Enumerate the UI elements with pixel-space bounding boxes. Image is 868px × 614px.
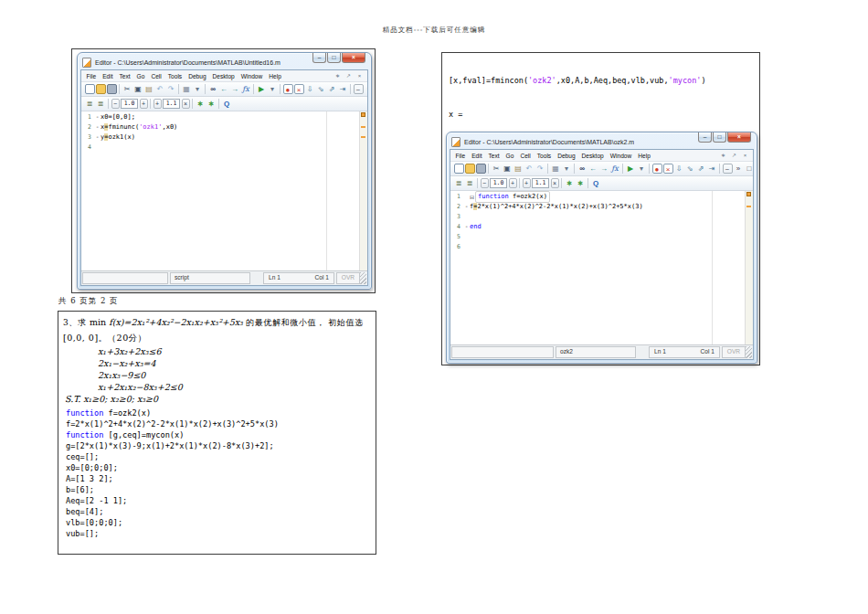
value-field-2[interactable]: 1.1 xyxy=(532,178,549,188)
menu-item[interactable]: Debug xyxy=(185,73,209,79)
step-out-icon[interactable]: ⇗ xyxy=(327,84,337,94)
menu-item[interactable]: Edit xyxy=(100,73,116,79)
print-caret-icon[interactable]: ▾ xyxy=(562,164,572,174)
menu-item[interactable]: Go xyxy=(133,73,148,79)
cut-icon[interactable]: ✂ xyxy=(492,164,502,174)
new-file-icon[interactable] xyxy=(454,164,464,174)
decrement-button[interactable]: − xyxy=(481,178,489,188)
run-icon[interactable]: ▶ xyxy=(257,84,267,94)
code-line[interactable]: 1⊟function f=ozk2(x) xyxy=(450,192,745,202)
minimize-button[interactable]: – xyxy=(698,132,712,143)
multiply-button[interactable]: × xyxy=(182,99,190,109)
print-icon[interactable]: ▦ xyxy=(182,84,192,94)
maximize-button[interactable]: □ xyxy=(327,53,341,63)
go-back-icon[interactable]: ← xyxy=(219,84,229,94)
copy-icon[interactable]: ▣ xyxy=(503,164,513,174)
dock-checkbox-icon[interactable]: □ xyxy=(745,164,755,174)
menu-item[interactable]: Window xyxy=(607,153,634,159)
exit-debug-icon[interactable]: ⇥ xyxy=(338,84,348,94)
zoom-tool-icon[interactable]: Q xyxy=(222,99,232,109)
mlint-line-marker[interactable] xyxy=(361,136,365,138)
step-in-icon[interactable]: ⇘ xyxy=(685,164,695,174)
code-fold-icon[interactable]: ⊟ xyxy=(470,192,474,202)
set-breakpoint-icon[interactable]: ● xyxy=(652,164,662,174)
menu-item[interactable]: Edit xyxy=(469,153,485,159)
mlint-summary-indicator[interactable] xyxy=(361,112,365,117)
function-hints-icon[interactable]: ƒx xyxy=(610,164,620,174)
value-field-1[interactable]: 1.0 xyxy=(121,99,138,109)
code-line[interactable]: 4-end xyxy=(450,222,745,232)
multiply-button[interactable]: × xyxy=(551,178,559,188)
menu-item[interactable]: Help xyxy=(266,73,285,79)
menu-item[interactable]: Tools xyxy=(534,153,554,159)
menu-options-icon[interactable]: ∗ xyxy=(334,72,342,79)
toolbar-overflow-icon[interactable]: » xyxy=(734,164,744,174)
undo-icon[interactable]: ↶ xyxy=(155,84,165,94)
clear-breakpoints-icon[interactable]: × xyxy=(663,164,673,174)
code-line[interactable]: 2-x=fminunc('ozk1',x0) xyxy=(81,122,359,132)
resize-grip[interactable] xyxy=(360,272,366,284)
set-breakpoint-icon[interactable]: ● xyxy=(283,84,293,94)
menu-item[interactable]: Text xyxy=(116,73,133,79)
find-icon[interactable]: ∞ xyxy=(208,84,218,94)
title-bar[interactable]: Editor - C:\Users\Administrator\Document… xyxy=(447,132,757,149)
step-in-icon[interactable]: ⇘ xyxy=(316,84,326,94)
paste-icon[interactable]: ▤ xyxy=(144,84,154,94)
go-back-icon[interactable]: ← xyxy=(588,164,598,174)
undo-icon[interactable]: ↶ xyxy=(524,164,535,174)
menu-item[interactable]: Cell xyxy=(148,73,164,79)
menu-item[interactable]: Desktop xyxy=(209,73,238,79)
clear-breakpoints-icon[interactable]: × xyxy=(294,84,304,94)
print-icon[interactable]: ▦ xyxy=(551,164,561,174)
code-line[interactable]: 1-x0=[0,0]; xyxy=(81,112,359,122)
go-forward-icon[interactable]: → xyxy=(230,84,240,94)
run-caret-icon[interactable]: ▾ xyxy=(268,84,278,94)
redo-icon[interactable]: ↷ xyxy=(535,164,545,174)
increment2-button[interactable]: + xyxy=(153,99,162,109)
code-editor-area[interactable]: 1-x0=[0,0];2-x=fminunc('ozk1',x0)3-y=ozk… xyxy=(81,111,367,270)
find-icon[interactable]: ∞ xyxy=(577,164,587,174)
run-caret-icon[interactable]: ▾ xyxy=(637,164,647,174)
cell-divider2-icon[interactable]: ≣ xyxy=(96,99,106,109)
menu-item[interactable]: Text xyxy=(485,153,503,159)
menu-item[interactable]: Go xyxy=(503,153,517,159)
cut-icon[interactable]: ✂ xyxy=(122,84,132,94)
step-icon[interactable]: ⇩ xyxy=(305,84,315,94)
print-caret-icon[interactable]: ▾ xyxy=(193,84,203,94)
resize-grip[interactable] xyxy=(746,346,752,358)
eval-cell-advance-icon[interactable]: ∗ xyxy=(576,178,586,188)
increment2-button[interactable]: + xyxy=(523,178,531,188)
zoom-tool-icon[interactable]: Q xyxy=(591,178,601,188)
exit-debug-icon[interactable]: ⇥ xyxy=(707,164,717,174)
menu-item[interactable]: File xyxy=(83,73,100,79)
menu-item[interactable]: Desktop xyxy=(578,153,607,159)
redo-icon[interactable]: ↷ xyxy=(166,84,176,94)
toolbar-overflow-icon[interactable]: » xyxy=(365,84,369,94)
code-line[interactable]: 4 xyxy=(81,143,359,153)
close-button[interactable]: × xyxy=(342,53,365,63)
maximize-button[interactable]: □ xyxy=(713,132,726,143)
menu-item[interactable]: Help xyxy=(635,153,654,159)
menu-item[interactable]: File xyxy=(452,153,469,159)
copy-icon[interactable]: ▣ xyxy=(133,84,143,94)
go-forward-icon[interactable]: → xyxy=(599,164,609,174)
eval-cell-advance-icon[interactable]: ∗ xyxy=(206,99,217,109)
code-line[interactable]: 6 xyxy=(450,242,745,252)
value-field-2[interactable]: 1.1 xyxy=(163,99,180,109)
code-line[interactable]: 5 xyxy=(450,232,745,242)
close-document-icon[interactable]: × xyxy=(742,152,749,159)
menu-item[interactable]: Window xyxy=(238,73,265,79)
open-folder-icon[interactable] xyxy=(96,84,106,94)
mlint-message-bar[interactable] xyxy=(745,191,753,344)
cell-divider-icon[interactable]: ≣ xyxy=(85,99,95,109)
mlint-line-marker[interactable] xyxy=(746,206,751,207)
code-editor-area[interactable]: 1⊟function f=ozk2(x)2-f=2*x(1)^2+4*x(2)^… xyxy=(450,191,753,344)
new-file-icon[interactable] xyxy=(85,84,95,94)
step-out-icon[interactable]: ⇗ xyxy=(696,164,706,174)
paste-icon[interactable]: ▤ xyxy=(513,164,524,174)
cell-divider-icon[interactable]: ≣ xyxy=(454,178,464,188)
decrement-button[interactable]: − xyxy=(111,99,120,109)
menu-item[interactable]: Cell xyxy=(517,153,534,159)
increment-button[interactable]: + xyxy=(140,99,148,109)
menu-item[interactable]: Tools xyxy=(164,73,185,79)
